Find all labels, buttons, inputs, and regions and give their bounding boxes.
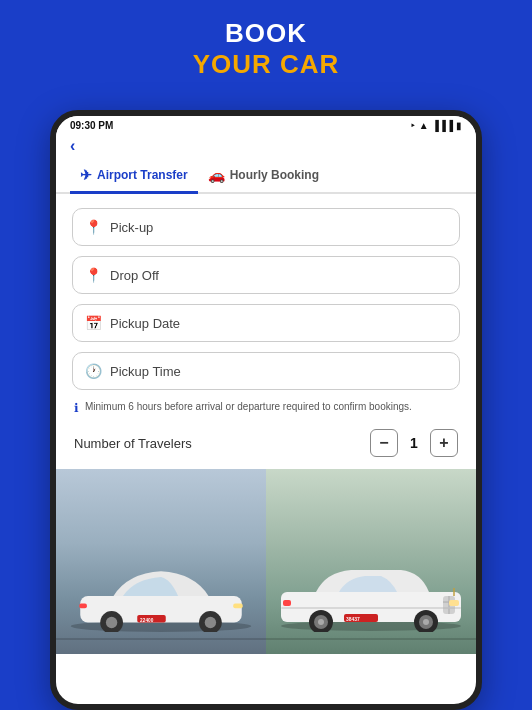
back-row: ‹ — [56, 133, 476, 159]
pickup-date-label: Pickup Date — [110, 316, 447, 331]
pickup-time-label: Pickup Time — [110, 364, 447, 379]
status-time: 09:30 PM — [70, 120, 113, 131]
car-image-left: 22400 — [56, 469, 266, 654]
svg-point-3 — [106, 617, 117, 628]
decrease-travelers-button[interactable]: − — [370, 429, 398, 457]
info-text: Minimum 6 hours before arrival or depart… — [85, 400, 412, 414]
page-header: BOOK YOUR CAR — [0, 0, 532, 92]
dropoff-label: Drop Off — [110, 268, 447, 283]
car-shape-right: 38437 — [271, 552, 471, 636]
header-book: BOOK — [0, 18, 532, 49]
car-icon: 🚗 — [208, 167, 225, 183]
travelers-label: Number of Travelers — [74, 436, 192, 451]
ground-line-right — [266, 638, 476, 640]
airport-icon: ✈ — [80, 167, 92, 183]
travelers-controls: − 1 + — [370, 429, 458, 457]
dropoff-field[interactable]: 📍 Drop Off — [72, 256, 460, 294]
svg-rect-7 — [79, 604, 87, 609]
bluetooth-icon: ‣ — [410, 120, 416, 131]
device-frame: 09:30 PM ‣ ▲ ▐▐▐ ▮ ‹ ✈ Airport Transfer … — [50, 110, 482, 710]
pickup-date-field[interactable]: 📅 Pickup Date — [72, 304, 460, 342]
travelers-row: Number of Travelers − 1 + — [72, 427, 460, 459]
tab-hourly-label: Hourly Booking — [230, 168, 319, 182]
cars-grid: 22400 — [56, 469, 476, 654]
form-area: 📍 Pick-up 📍 Drop Off 📅 Pickup Date 🕐 Pic… — [56, 194, 476, 469]
info-row: ℹ Minimum 6 hours before arrival or depa… — [72, 400, 460, 415]
car-shape-left: 22400 — [66, 556, 256, 636]
ground-line-left — [56, 638, 266, 640]
battery-icon: ▮ — [456, 120, 462, 131]
pickup-label: Pick-up — [110, 220, 447, 235]
travelers-count: 1 — [406, 435, 422, 451]
status-icons: ‣ ▲ ▐▐▐ ▮ — [410, 120, 462, 131]
pickup-icon: 📍 — [85, 219, 102, 235]
car-image-right: 38437 — [266, 469, 476, 654]
svg-text:22400: 22400 — [140, 618, 154, 623]
pickup-field[interactable]: 📍 Pick-up — [72, 208, 460, 246]
header-your-car: YOUR CAR — [0, 49, 532, 80]
svg-rect-6 — [233, 604, 243, 609]
svg-point-5 — [205, 617, 216, 628]
tab-airport-label: Airport Transfer — [97, 168, 188, 182]
svg-rect-24 — [283, 600, 291, 606]
back-button[interactable]: ‹ — [70, 137, 75, 154]
tab-hourly-booking[interactable]: 🚗 Hourly Booking — [198, 159, 329, 194]
dropoff-icon: 📍 — [85, 267, 102, 283]
svg-text:38437: 38437 — [346, 616, 360, 622]
increase-travelers-button[interactable]: + — [430, 429, 458, 457]
calendar-icon: 📅 — [85, 315, 102, 331]
svg-point-19 — [318, 619, 324, 625]
tabs-container: ✈ Airport Transfer 🚗 Hourly Booking — [56, 159, 476, 194]
signal-icon: ▐▐▐ — [432, 120, 453, 131]
clock-icon: 🕐 — [85, 363, 102, 379]
svg-point-22 — [423, 619, 429, 625]
svg-rect-27 — [281, 607, 461, 609]
status-bar: 09:30 PM ‣ ▲ ▐▐▐ ▮ — [56, 116, 476, 133]
svg-rect-23 — [449, 600, 459, 606]
tab-airport-transfer[interactable]: ✈ Airport Transfer — [70, 159, 198, 194]
info-icon: ℹ — [74, 401, 79, 415]
wifi-icon: ▲ — [419, 120, 429, 131]
pickup-time-field[interactable]: 🕐 Pickup Time — [72, 352, 460, 390]
